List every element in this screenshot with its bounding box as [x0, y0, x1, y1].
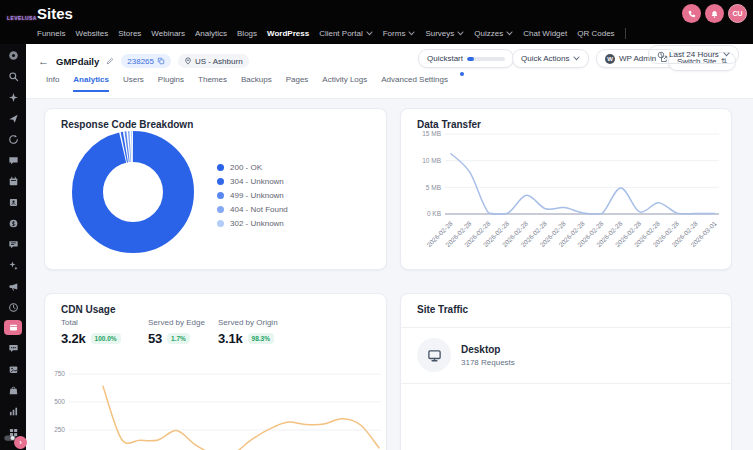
nav-item-webinars[interactable]: Webinars	[151, 29, 185, 38]
nav-item-blogs[interactable]: Blogs	[237, 29, 257, 38]
sidebar-item-reporting[interactable]	[4, 403, 22, 419]
tab-backups[interactable]: Backups	[241, 75, 272, 92]
copy-icon[interactable]	[157, 57, 165, 65]
region-label: US - Ashburn	[195, 57, 243, 66]
sidebar-item-ai-assistant[interactable]	[4, 89, 22, 105]
nav-item-funnels[interactable]: Funnels	[37, 29, 65, 38]
cdn-stat-served-by-origin: Served by Origin3.1k98.3%	[218, 318, 278, 346]
tab-analytics[interactable]: Analytics	[73, 75, 109, 92]
quickstart-button[interactable]: Quickstart	[418, 49, 514, 68]
calendars-icon	[8, 176, 19, 187]
toolbar: ← GMPdaily 238265 US - Ashburn Quickstar…	[26, 44, 753, 99]
legend-bullet	[217, 220, 224, 227]
tab-pages[interactable]: Pages	[286, 75, 309, 92]
dashboard-icon	[8, 134, 19, 145]
chevron-down-icon	[506, 31, 513, 36]
nav-item-client-portal[interactable]: Client Portal	[319, 29, 373, 38]
header-actions: CU	[682, 4, 747, 23]
sidebar-expand-button[interactable]: ›	[14, 436, 27, 449]
svg-text:5 MB: 5 MB	[426, 184, 441, 191]
sidebar-item-search[interactable]	[4, 68, 22, 84]
donut-legend: 200 - OK304 - Unknown499 - Unknown404 - …	[217, 160, 288, 230]
nav-item-chat-widget[interactable]: Chat Widget	[523, 29, 567, 38]
sidebar-item-marketing-chat[interactable]	[4, 236, 22, 252]
quickstart-step-dot	[460, 72, 464, 76]
quick-actions-button[interactable]: Quick Actions	[512, 49, 589, 68]
site-id-value: 238265	[127, 57, 154, 66]
sidebar-item-marketing[interactable]	[4, 278, 22, 294]
reputation-icon	[8, 343, 19, 354]
tab-plugins[interactable]: Plugins	[158, 75, 184, 92]
nav-item-label: QR Codes	[577, 29, 614, 38]
nav-item-label: Webinars	[151, 29, 185, 38]
svg-text:0 KB: 0 KB	[427, 210, 441, 217]
phone-button[interactable]	[682, 4, 701, 23]
sidebar-item-account-avatar[interactable]	[4, 47, 22, 63]
sidebar-item-launchpad[interactable]	[4, 110, 22, 126]
tab-themes[interactable]: Themes	[198, 75, 227, 92]
nav-item-stores[interactable]: Stores	[118, 29, 141, 38]
launchpad-icon	[8, 113, 19, 124]
nav-item-analytics[interactable]: Analytics	[195, 29, 227, 38]
edit-pencil-icon[interactable]	[106, 57, 114, 65]
sidebar-item-reputation[interactable]	[4, 340, 22, 356]
sidebar-item-automation[interactable]	[4, 257, 22, 273]
tab-info[interactable]: Info	[46, 75, 59, 92]
site-id-pill[interactable]: 238265	[121, 54, 171, 68]
legend-label: 200 - OK	[230, 163, 262, 172]
sidebar-item-dashboard[interactable]	[4, 131, 22, 147]
tab-users[interactable]: Users	[123, 75, 144, 92]
chevron-down-icon	[573, 56, 580, 61]
ai-assistant-icon	[8, 92, 19, 103]
site-traffic-card: Site Traffic Desktop3178 Requests	[400, 293, 732, 450]
back-button[interactable]: ←	[38, 56, 49, 67]
notification-bell-button[interactable]	[705, 4, 724, 23]
data-transfer-card: Data Transfer 15 MB10 MB5 MB0 KB2026-02-…	[400, 108, 732, 270]
notification-bell-icon	[710, 5, 719, 23]
sidebar-item-payments[interactable]	[4, 215, 22, 231]
nav-item-label: Analytics	[195, 29, 227, 38]
data-transfer-line-chart: 15 MB10 MB5 MB0 KB2026-02-282026-02-2820…	[407, 126, 727, 264]
conversations-icon	[8, 155, 19, 166]
stat-label: Total	[61, 318, 121, 327]
marketing-chat-icon	[8, 239, 19, 250]
nav-item-quizzes[interactable]: Quizzes	[474, 29, 513, 38]
time-range-dropdown[interactable]: Last 24 Hours	[648, 45, 739, 64]
nav-item-forms[interactable]: Forms	[383, 29, 416, 38]
region-pill: US - Ashburn	[178, 54, 249, 68]
sidebar-item-memberships[interactable]	[4, 382, 22, 398]
nav-item-label: Chat Widget	[523, 29, 567, 38]
user-avatar[interactable]: CU	[728, 4, 747, 23]
svg-text:10 MB: 10 MB	[422, 157, 441, 164]
phone-icon	[687, 5, 696, 23]
sidebar-item-conversations[interactable]	[4, 152, 22, 168]
nav-item-surveys[interactable]: Surveys	[425, 29, 464, 38]
stat-label: Served by Origin	[218, 318, 278, 327]
memberships-icon	[8, 385, 19, 396]
clock-icon	[657, 51, 665, 59]
svg-text:15 MB: 15 MB	[422, 130, 441, 137]
sidebar-item-contacts[interactable]	[4, 194, 22, 210]
nav-item-qr-codes[interactable]: QR Codes	[577, 29, 614, 38]
contacts-icon	[8, 197, 19, 208]
sidebar-item-media[interactable]	[4, 361, 22, 377]
nav-item-wordpress[interactable]: WordPress	[267, 29, 309, 38]
response-code-card: Response Code Breakdown 200 - OK304 - Un…	[44, 108, 387, 270]
sidebar-item-sites[interactable]	[4, 320, 22, 335]
tab-advanced-settings[interactable]: Advanced Settings	[381, 75, 448, 92]
page-title: Sites	[37, 5, 73, 22]
legend-bullet	[217, 192, 224, 199]
sidebar-item-calendars[interactable]	[4, 173, 22, 189]
tab-activity-logs[interactable]: Activity Logs	[322, 75, 367, 92]
location-pin-icon	[184, 57, 192, 65]
nav-item-label: Client Portal	[319, 29, 363, 38]
stat-label: Served by Edge	[148, 318, 205, 327]
legend-bullet	[217, 178, 224, 185]
sidebar-item-scheduling[interactable]	[4, 299, 22, 315]
nav-item-websites[interactable]: Websites	[75, 29, 108, 38]
chevron-down-icon	[366, 31, 373, 36]
legend-item: 404 - Not Found	[217, 202, 288, 216]
nav-item-label: Websites	[75, 29, 108, 38]
stat-percent-badge: 100.0%	[91, 333, 121, 344]
stat-value: 53	[148, 331, 162, 346]
